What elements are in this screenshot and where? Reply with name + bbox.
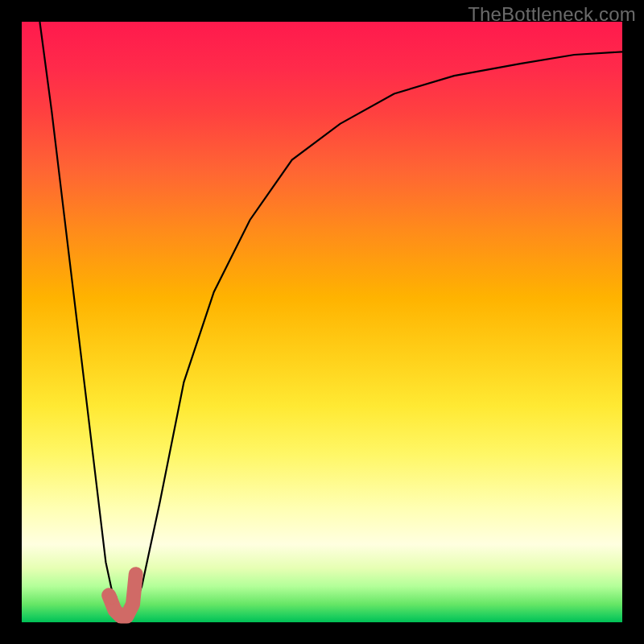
watermark-text: TheBottleneck.com [468, 3, 636, 26]
curve-layer [22, 22, 622, 622]
chart-frame: TheBottleneck.com [0, 0, 644, 644]
bottleneck-curve [39, 22, 622, 617]
chart-plot-area [22, 22, 622, 622]
marker-dot [106, 592, 118, 604]
